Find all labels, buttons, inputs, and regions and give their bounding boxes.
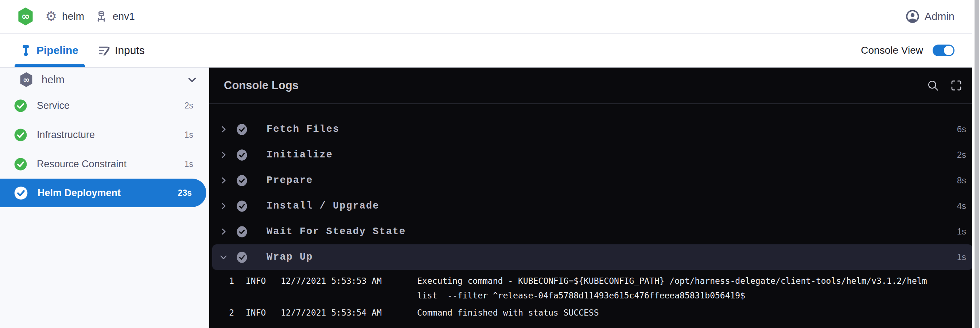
step-success-icon [236,123,248,136]
console-step-fetch-files[interactable]: Fetch Files 6s [209,117,980,142]
sidebar-item-duration: 1s [185,130,193,140]
log-level: INFO [246,306,267,320]
console-view-toggle[interactable] [932,45,955,56]
success-check-icon [14,128,27,142]
chevron-right-icon[interactable] [218,200,229,211]
log-message: Executing command - KUBECONFIG=${KUBECON… [417,274,942,303]
search-icon[interactable] [927,79,939,92]
console-step-initialize[interactable]: Initialize 2s [209,142,980,168]
chevron-right-icon[interactable] [218,149,229,160]
log-level: INFO [246,274,267,288]
execution-sidebar: ∞ helm Service 2s Infrastructure 1s [0,67,209,328]
tab-pipeline-label: Pipeline [37,44,78,57]
pipeline-icon [21,44,31,57]
sidebar-item-resource-constraint[interactable]: Resource Constraint 1s [0,149,209,179]
avatar-icon [905,10,920,23]
log-timestamp: 12/7/2021 5:53:54 AM [281,306,387,320]
step-label: Wrap Up [267,252,313,262]
log-timestamp: 12/7/2021 5:53:53 AM [281,274,387,288]
console-view-control: Console View [861,45,955,56]
chevron-right-icon[interactable] [218,124,229,135]
log-line: 2 INFO 12/7/2021 5:53:54 AM Command fini… [228,306,980,320]
success-check-icon [14,157,27,171]
gear-icon: ⚙ [45,10,57,23]
active-tab-underline [14,64,85,67]
sidebar-stage-header[interactable]: ∞ helm [0,68,209,91]
sidebar-item-duration: 2s [185,101,193,111]
console-logs-panel: Console Logs [209,67,980,328]
tab-inputs[interactable]: Inputs [97,34,145,67]
step-label: Initialize [267,149,333,160]
chevron-right-icon[interactable] [218,175,229,186]
step-duration: 4s [957,201,966,211]
svg-text:∞: ∞ [21,10,30,22]
sidebar-item-infrastructure[interactable]: Infrastructure 1s [0,120,209,149]
stage-name: helm [41,74,65,86]
top-bar-left: ∞ ⚙ helm env1 [17,7,135,26]
step-label: Prepare [267,175,313,186]
log-line-number: 1 [228,274,234,288]
chevron-right-icon[interactable] [218,226,229,237]
tab-bar: Pipeline Inputs Console View [0,34,980,67]
environment-group[interactable]: env1 [95,10,135,22]
sidebar-item-helm-deployment[interactable]: Helm Deployment 23s [0,179,206,207]
chevron-down-icon[interactable] [218,252,229,262]
step-duration: 2s [957,150,966,160]
sidebar-item-label: Service [37,100,70,111]
sidebar-item-label: Resource Constraint [37,158,127,170]
pipeline-name-group[interactable]: ⚙ helm [45,10,84,23]
step-success-icon [236,200,248,212]
user-name: Admin [924,11,955,22]
step-success-icon [236,149,248,161]
svg-text:∞: ∞ [23,75,30,84]
tab-inputs-label: Inputs [115,44,145,57]
fullscreen-icon[interactable] [950,79,963,92]
chevron-down-icon[interactable] [186,74,198,86]
execution-status-icon: ∞ [17,7,34,26]
inputs-icon [97,44,110,57]
log-line-number: 2 [228,306,234,320]
top-bar: ∞ ⚙ helm env1 Admin [0,0,980,34]
sidebar-item-label: Helm Deployment [38,187,121,199]
user-menu[interactable]: Admin [905,10,955,23]
sidebar-item-duration: 1s [185,159,193,169]
tabs: Pipeline Inputs [21,34,145,67]
step-success-icon [236,226,248,238]
console-logs-header: Console Logs [209,67,980,104]
sidebar-item-service[interactable]: Service 2s [0,91,209,120]
step-duration: 1s [957,226,966,237]
log-line: 1 INFO 12/7/2021 5:53:53 AM Executing co… [228,274,980,303]
step-duration: 8s [957,175,966,186]
stage-hexagon-icon: ∞ [19,72,33,88]
tab-pipeline[interactable]: Pipeline [21,34,78,67]
console-header-icons [927,79,963,92]
success-check-icon [14,99,27,112]
console-logs-title: Console Logs [224,79,299,92]
environment-name: env1 [113,11,135,22]
environment-icon [95,10,108,22]
scrollbar-thumb[interactable] [975,0,979,328]
console-steps-list: Fetch Files 6s Initialize 2s [209,104,980,323]
step-label: Install / Upgrade [267,200,379,211]
console-step-prepare[interactable]: Prepare 8s [209,168,980,193]
sidebar-item-duration: 23s [178,188,192,198]
step-duration: 1s [957,252,966,262]
step-label: Fetch Files [267,124,339,135]
pipeline-name: helm [62,11,84,22]
log-message: Command finished with status SUCCESS [417,306,599,320]
success-check-icon [14,186,28,200]
console-step-wrap-up[interactable]: Wrap Up 1s [212,244,973,270]
step-success-icon [236,174,248,187]
step-success-icon [236,251,248,263]
console-step-install-upgrade[interactable]: Install / Upgrade 4s [209,193,980,219]
main-content: ∞ helm Service 2s Infrastructure 1s [0,67,980,328]
step-label: Wait For Steady State [267,226,406,237]
toggle-knob [944,46,953,55]
console-view-label: Console View [861,45,923,56]
sidebar-item-label: Infrastructure [37,129,95,141]
log-lines: 1 INFO 12/7/2021 5:53:53 AM Executing co… [209,270,980,320]
console-step-wait-for-steady-state[interactable]: Wait For Steady State 1s [209,219,980,244]
scrollbar-track[interactable] [972,0,980,328]
step-duration: 6s [957,124,966,134]
